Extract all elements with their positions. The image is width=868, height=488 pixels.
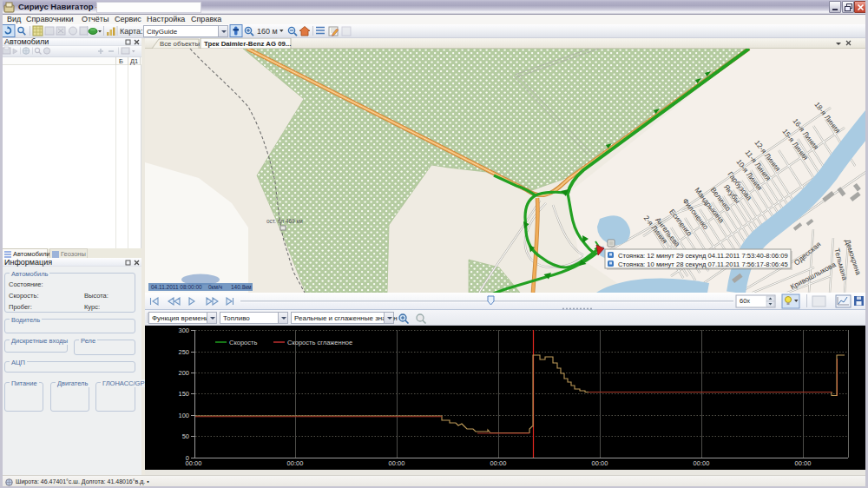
svg-text:150: 150 [178,390,189,398]
svg-text:04.11.2011 08:00:00: 04.11.2011 08:00:00 [151,284,202,290]
svg-text:140.8км: 140.8км [231,284,252,290]
svg-text:50: 50 [182,432,189,440]
svg-text:ост. пл 469 км: ост. пл 469 км [266,218,303,224]
svg-text:100: 100 [178,412,189,419]
svg-text:Стоянка: 10 минут 28 секунд 07: Стоянка: 10 минут 28 секунд 07.11.2011 7… [618,260,788,268]
svg-text:300: 300 [178,326,189,334]
svg-text:Трек Daimler-Benz AG 09...: Трек Daimler-Benz AG 09... [204,40,291,48]
svg-text:200: 200 [178,369,189,377]
svg-text:00:00: 00:00 [694,459,710,467]
svg-text:00:00: 00:00 [186,459,202,467]
svg-text:Стоянка: 12 минут 29 секунд 04: Стоянка: 12 минут 29 секунд 04.11.2011 7… [618,252,788,260]
svg-text:00:00: 00:00 [287,459,304,467]
svg-text:00:00: 00:00 [389,459,405,467]
svg-text:250: 250 [178,348,189,356]
svg-text:00:00: 00:00 [795,459,812,467]
svg-text:00:00: 00:00 [592,459,608,467]
svg-text:0км/ч: 0км/ч [208,284,222,290]
svg-text:Все объекты: Все объекты [160,40,200,48]
svg-text:Скорость сглаженное: Скорость сглаженное [287,339,352,346]
svg-text:00:00: 00:00 [490,459,507,467]
svg-text:60x: 60x [740,297,750,305]
svg-text:Скорость: Скорость [229,339,257,346]
